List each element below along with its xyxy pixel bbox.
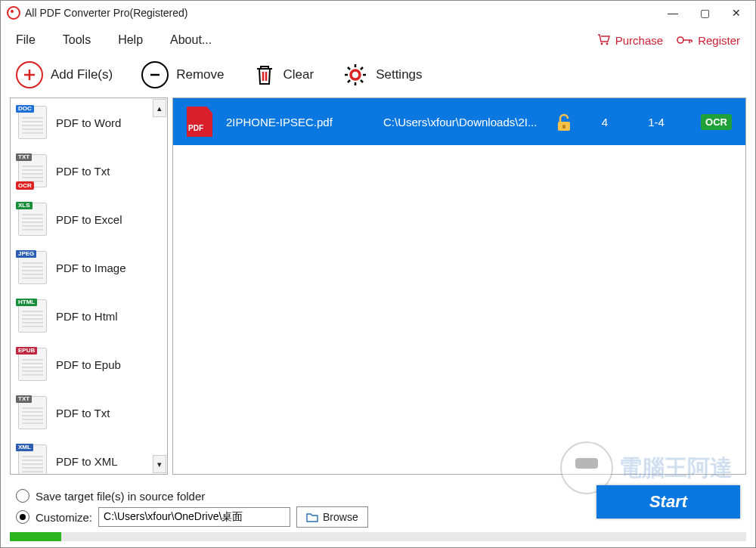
- sidebar: DOCPDF to WordTXTOCRPDF to TxtXLSPDF to …: [10, 98, 168, 475]
- sidebar-scroll-up[interactable]: ▴: [153, 99, 166, 117]
- radio-save-in-source[interactable]: [16, 489, 29, 503]
- minimize-button[interactable]: —: [666, 7, 680, 19]
- radio-customize[interactable]: [16, 510, 29, 524]
- sidebar-scroll-down[interactable]: ▾: [153, 455, 166, 473]
- sidebar-item-xml-7[interactable]: XMLPDF to XML: [11, 437, 167, 474]
- cart-icon: [597, 34, 611, 46]
- unlock-icon[interactable]: [556, 113, 572, 130]
- window-title: All PDF Converter Pro(Registered): [25, 7, 188, 19]
- clear-label: Clear: [284, 67, 314, 82]
- key-icon: [677, 35, 693, 45]
- sidebar-item-jpeg-3[interactable]: JPEGPDF to Image: [11, 243, 167, 292]
- menu-file[interactable]: File: [16, 33, 36, 47]
- add-files-label: Add File(s): [51, 67, 113, 82]
- html-icon: HTML: [18, 299, 47, 333]
- txt-icon: TXT: [18, 396, 47, 429]
- sidebar-item-epub-5[interactable]: EPUBPDF to Epub: [11, 340, 167, 389]
- jpeg-icon: JPEG: [18, 251, 47, 284]
- register-link[interactable]: Register: [677, 34, 740, 47]
- pdf-icon: [187, 107, 212, 137]
- txt-icon: TXTOCR: [18, 154, 47, 187]
- titlebar: All PDF Converter Pro(Registered) — ▢ ✕: [1, 1, 755, 25]
- sidebar-item-html-4[interactable]: HTMLPDF to Html: [11, 292, 167, 340]
- file-page-range[interactable]: 1-4: [637, 116, 675, 128]
- plus-icon: [16, 61, 43, 88]
- customize-path-input[interactable]: [98, 507, 290, 527]
- sidebar-item-doc-0[interactable]: DOCPDF to Word: [11, 98, 167, 147]
- clear-button[interactable]: Clear: [253, 63, 314, 86]
- footer: 電腦王阿達 http://www.kocpc.com.tw Save targe…: [1, 478, 755, 532]
- browse-label: Browse: [323, 511, 358, 523]
- folder-icon: [306, 512, 318, 522]
- file-list: 2IPHONE-IPSEC.pdf C:\Users\xfour\Downloa…: [172, 98, 746, 475]
- sidebar-item-label: PDF to XML: [56, 455, 118, 468]
- content-area: DOCPDF to WordTXTOCRPDF to TxtXLSPDF to …: [1, 94, 755, 478]
- menubar: File Tools Help About... Purchase Regist…: [1, 25, 755, 55]
- gear-icon: [342, 62, 368, 88]
- sidebar-item-label: PDF to Word: [56, 116, 121, 129]
- progress-fill: [10, 532, 61, 541]
- epub-icon: EPUB: [18, 348, 47, 381]
- sidebar-list: DOCPDF to WordTXTOCRPDF to TxtXLSPDF to …: [11, 98, 167, 474]
- menu-tools[interactable]: Tools: [63, 33, 91, 47]
- sidebar-item-label: PDF to Txt: [56, 407, 110, 420]
- start-label: Start: [649, 492, 687, 512]
- file-path: C:\Users\xfour\Downloads\2I...: [383, 116, 542, 128]
- xml-icon: XML: [18, 444, 47, 474]
- app-window: All PDF Converter Pro(Registered) — ▢ ✕ …: [0, 0, 756, 548]
- app-icon: [7, 6, 20, 20]
- purchase-label: Purchase: [615, 34, 663, 47]
- menu-about[interactable]: About...: [170, 33, 212, 47]
- purchase-link[interactable]: Purchase: [597, 34, 663, 47]
- sidebar-item-label: PDF to Html: [56, 310, 118, 323]
- ocr-badge[interactable]: OCR: [701, 114, 732, 130]
- minus-icon: [141, 61, 169, 88]
- settings-button[interactable]: Settings: [342, 62, 422, 88]
- sidebar-item-label: PDF to Image: [56, 262, 126, 274]
- svg-point-2: [677, 37, 683, 43]
- sidebar-item-xls-2[interactable]: XLSPDF to Excel: [11, 195, 167, 243]
- close-button[interactable]: ✕: [730, 7, 743, 19]
- start-button[interactable]: Start: [596, 485, 740, 519]
- xls-icon: XLS: [18, 203, 47, 236]
- trash-icon: [253, 63, 276, 86]
- svg-point-1: [606, 43, 608, 45]
- window-controls: — ▢ ✕: [666, 7, 749, 19]
- file-name: 2IPHONE-IPSEC.pdf: [226, 116, 370, 128]
- add-files-button[interactable]: Add File(s): [16, 61, 113, 88]
- main-panel: 2IPHONE-IPSEC.pdf C:\Users\xfour\Downloa…: [172, 98, 746, 475]
- file-page-count: 4: [586, 116, 624, 128]
- sidebar-item-txt-1[interactable]: TXTOCRPDF to Txt: [11, 147, 167, 195]
- svg-point-3: [351, 70, 360, 79]
- sidebar-item-label: PDF to Epub: [56, 358, 121, 371]
- maximize-button[interactable]: ▢: [698, 7, 711, 19]
- register-label: Register: [698, 34, 740, 47]
- doc-icon: DOC: [18, 106, 47, 139]
- svg-point-0: [600, 43, 603, 45]
- menu-help[interactable]: Help: [118, 33, 143, 47]
- settings-label: Settings: [376, 67, 422, 82]
- sidebar-item-label: PDF to Txt: [56, 165, 110, 178]
- browse-button[interactable]: Browse: [296, 506, 368, 528]
- svg-rect-5: [562, 125, 565, 128]
- file-row[interactable]: 2IPHONE-IPSEC.pdf C:\Users\xfour\Downloa…: [173, 98, 745, 145]
- sidebar-item-label: PDF to Excel: [56, 213, 122, 226]
- sidebar-item-txt-6[interactable]: TXTPDF to Txt: [11, 389, 167, 437]
- remove-button[interactable]: Remove: [141, 61, 224, 88]
- sidebar-scroll-arrows: ▴ ▾: [153, 99, 166, 473]
- toolbar: Add File(s) Remove Clear Settings: [1, 55, 755, 94]
- save-in-source-label: Save target file(s) in source folder: [36, 490, 205, 503]
- customize-label: Customize:: [36, 511, 92, 524]
- remove-label: Remove: [176, 67, 224, 82]
- progress-bar: [10, 532, 746, 541]
